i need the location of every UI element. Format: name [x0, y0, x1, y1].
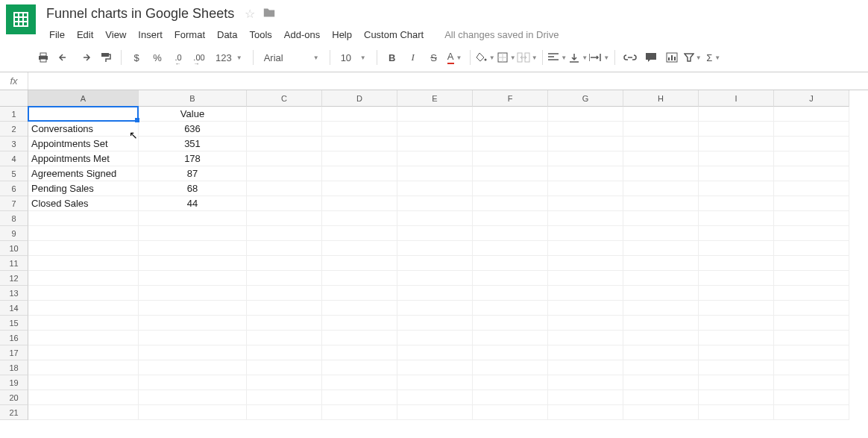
- col-header-g[interactable]: G: [548, 90, 623, 107]
- menu-tools[interactable]: Tools: [243, 26, 277, 43]
- row-header-3[interactable]: 3: [0, 137, 28, 151]
- fill-icon: [476, 51, 488, 63]
- formula-input[interactable]: [28, 72, 868, 90]
- v-align-button[interactable]: ▼: [568, 48, 589, 67]
- cell-i1[interactable]: [699, 107, 774, 122]
- h-align-button[interactable]: ▼: [547, 48, 568, 67]
- cell-g1[interactable]: [548, 107, 623, 122]
- cell-a7[interactable]: Closed Sales: [28, 196, 139, 211]
- menu-view[interactable]: View: [99, 26, 132, 43]
- cell-b3[interactable]: 351: [139, 137, 247, 151]
- cell-a5[interactable]: Agreements Signed: [28, 166, 139, 181]
- cell-a4[interactable]: Appointments Met: [28, 151, 139, 166]
- cell-a3[interactable]: Appointments Set: [28, 137, 139, 151]
- font-select[interactable]: Arial▼: [258, 48, 325, 67]
- sheets-logo[interactable]: [6, 4, 36, 34]
- col-header-a[interactable]: A: [28, 90, 139, 107]
- row-header-9[interactable]: 9: [0, 226, 28, 241]
- col-header-f[interactable]: F: [473, 90, 548, 107]
- menu-file[interactable]: File: [43, 26, 71, 43]
- menu-edit[interactable]: Edit: [71, 26, 99, 43]
- cell-b6[interactable]: 68: [139, 181, 247, 196]
- row-header-15[interactable]: 15: [0, 316, 28, 331]
- wrap-button[interactable]: ▼: [589, 48, 610, 67]
- row-header-17[interactable]: 17: [0, 345, 28, 360]
- currency-button[interactable]: $: [126, 48, 147, 67]
- menu-insert[interactable]: Insert: [132, 26, 169, 43]
- row-header-6[interactable]: 6: [0, 181, 28, 196]
- cell-d1[interactable]: [322, 107, 397, 122]
- star-icon[interactable]: ☆: [245, 7, 255, 21]
- menu-addons[interactable]: Add-ons: [278, 26, 326, 43]
- fill-color-button[interactable]: ▼: [475, 48, 496, 67]
- redo-button[interactable]: [75, 48, 95, 67]
- row-header-12[interactable]: 12: [0, 271, 28, 286]
- menu-help[interactable]: Help: [326, 26, 358, 43]
- row-header-11[interactable]: 11: [0, 256, 28, 271]
- cells-area[interactable]: ↖ Value Conversations636 Appointments Se…: [28, 107, 849, 420]
- col-header-e[interactable]: E: [397, 90, 473, 107]
- cell-j1[interactable]: [774, 107, 849, 122]
- increase-decimal-button[interactable]: .00→: [189, 48, 210, 67]
- merge-cells-button[interactable]: ▼: [517, 48, 538, 67]
- menu-custom-chart[interactable]: Custom Chart: [358, 26, 430, 43]
- col-header-j[interactable]: J: [774, 90, 849, 107]
- cell-b1[interactable]: Value: [139, 107, 247, 122]
- menu-format[interactable]: Format: [169, 26, 211, 43]
- italic-button[interactable]: I: [403, 48, 424, 67]
- doc-title[interactable]: Funnel charts in Google Sheets: [43, 4, 237, 23]
- cell-b5[interactable]: 87: [139, 166, 247, 181]
- cell-e1[interactable]: [397, 107, 473, 122]
- cell-h1[interactable]: [623, 107, 699, 122]
- col-header-i[interactable]: I: [699, 90, 774, 107]
- row-header-13[interactable]: 13: [0, 286, 28, 301]
- row-header-8[interactable]: 8: [0, 211, 28, 226]
- row-header-4[interactable]: 4: [0, 151, 28, 166]
- row-header-19[interactable]: 19: [0, 375, 28, 390]
- row-header-14[interactable]: 14: [0, 301, 28, 316]
- bold-button[interactable]: B: [382, 48, 403, 67]
- functions-button[interactable]: Σ▼: [703, 48, 724, 67]
- redo-icon: [79, 52, 91, 63]
- col-header-h[interactable]: H: [623, 90, 699, 107]
- cell-a1[interactable]: [28, 107, 139, 122]
- row-header-20[interactable]: 20: [0, 390, 28, 405]
- text-color-button[interactable]: A▼: [444, 48, 465, 67]
- folder-icon[interactable]: [262, 7, 276, 22]
- row-header-10[interactable]: 10: [0, 241, 28, 256]
- print-button[interactable]: [33, 48, 54, 67]
- select-all-corner[interactable]: [0, 90, 28, 107]
- more-formats-button[interactable]: 123▼: [210, 48, 248, 67]
- borders-button[interactable]: ▼: [496, 48, 517, 67]
- menu-data[interactable]: Data: [211, 26, 243, 43]
- cell-b2[interactable]: 636: [139, 122, 247, 137]
- cell-b4[interactable]: 178: [139, 151, 247, 166]
- decrease-decimal-button[interactable]: .0←: [168, 48, 189, 67]
- font-size-select[interactable]: 10▼: [335, 48, 372, 67]
- cell-a2[interactable]: Conversations: [28, 122, 139, 137]
- row-header-1[interactable]: 1: [0, 107, 28, 122]
- row-header-5[interactable]: 5: [0, 166, 28, 181]
- cell-a6[interactable]: Pending Sales: [28, 181, 139, 196]
- comment-button[interactable]: [641, 48, 661, 67]
- col-header-b[interactable]: B: [139, 90, 247, 107]
- row-header-16[interactable]: 16: [0, 331, 28, 345]
- col-header-d[interactable]: D: [322, 90, 397, 107]
- row-header-7[interactable]: 7: [0, 196, 28, 211]
- row-header-2[interactable]: 2: [0, 122, 28, 137]
- paint-format-button[interactable]: [95, 48, 116, 67]
- undo-button[interactable]: [54, 48, 75, 67]
- row-header-18[interactable]: 18: [0, 360, 28, 375]
- col-header-c[interactable]: C: [247, 90, 322, 107]
- cell-c1[interactable]: [247, 107, 322, 122]
- strikethrough-button[interactable]: S: [424, 48, 444, 67]
- chart-button[interactable]: [661, 48, 682, 67]
- link-button[interactable]: [620, 48, 641, 67]
- percent-button[interactable]: %: [147, 48, 168, 67]
- row-header-21[interactable]: 21: [0, 405, 28, 420]
- svg-rect-23: [668, 57, 670, 60]
- filter-button[interactable]: ▼: [682, 48, 703, 67]
- cell-b7[interactable]: 44: [139, 196, 247, 211]
- svg-rect-25: [674, 57, 676, 60]
- cell-f1[interactable]: [473, 107, 548, 122]
